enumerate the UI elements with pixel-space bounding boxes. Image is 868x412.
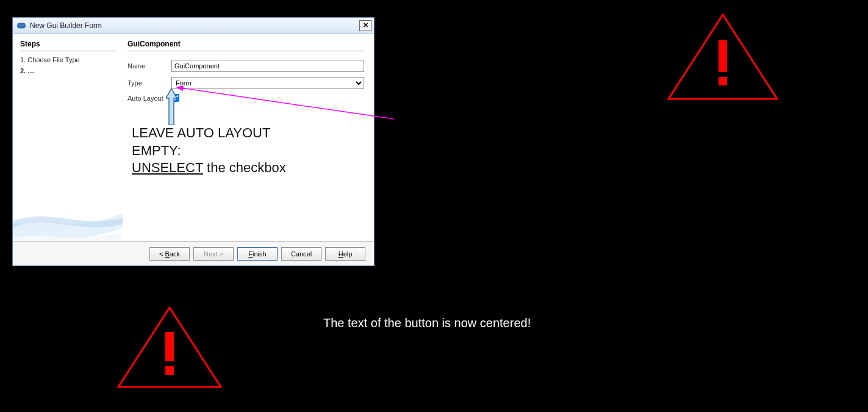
svg-marker-1 — [166, 89, 177, 125]
callout-arrow-icon — [166, 89, 177, 125]
finish-button[interactable]: Finish — [237, 247, 278, 261]
svg-rect-7 — [165, 332, 174, 361]
name-input[interactable] — [171, 60, 364, 72]
warning-icon — [115, 304, 224, 391]
warning-icon — [665, 11, 781, 103]
type-row: Type Form — [127, 77, 364, 89]
decorative-wave — [13, 156, 123, 241]
annotation-line: EMPTY: — [132, 142, 286, 160]
svg-marker-6 — [118, 308, 221, 387]
type-select[interactable]: Form — [171, 77, 364, 89]
annotation-auto-layout: LEAVE AUTO LAYOUT EMPTY: UNSELECT the ch… — [132, 125, 286, 177]
name-row: Name — [127, 60, 364, 72]
annotation-line: LEAVE AUTO LAYOUT — [132, 125, 286, 142]
svg-rect-8 — [165, 366, 174, 375]
app-icon — [16, 21, 26, 31]
svg-marker-0 — [17, 23, 26, 28]
cancel-button[interactable]: Cancel — [281, 247, 321, 261]
name-label: Name — [127, 62, 171, 70]
steps-heading: Steps — [20, 40, 115, 51]
titlebar: New Gui Builder Form ✕ — [13, 18, 374, 34]
close-button[interactable]: ✕ — [359, 20, 371, 31]
auto-layout-row: Auto Layout — [127, 94, 364, 102]
auto-layout-label: Auto Layout — [127, 95, 171, 102]
steps-list: Choose File Type … — [20, 55, 115, 76]
type-label: Type — [127, 79, 171, 87]
centered-note: The text of the button is now centered! — [323, 316, 531, 330]
back-button[interactable]: < Back — [149, 247, 190, 261]
steps-pane: Steps Choose File Type … — [13, 34, 123, 241]
svg-rect-4 — [719, 40, 727, 72]
annotation-line: UNSELECT the checkbox — [132, 159, 286, 177]
main-heading: GuiComponent — [127, 40, 364, 51]
help-button[interactable]: Help — [325, 247, 365, 261]
svg-marker-3 — [669, 15, 777, 99]
step-item: Choose File Type — [20, 55, 115, 66]
button-row: < Back Next > Finish Cancel Help — [13, 241, 374, 266]
svg-rect-5 — [719, 77, 727, 85]
next-button[interactable]: Next > — [193, 247, 234, 261]
window-title: New Gui Builder Form — [30, 21, 359, 30]
step-item: … — [20, 66, 115, 77]
